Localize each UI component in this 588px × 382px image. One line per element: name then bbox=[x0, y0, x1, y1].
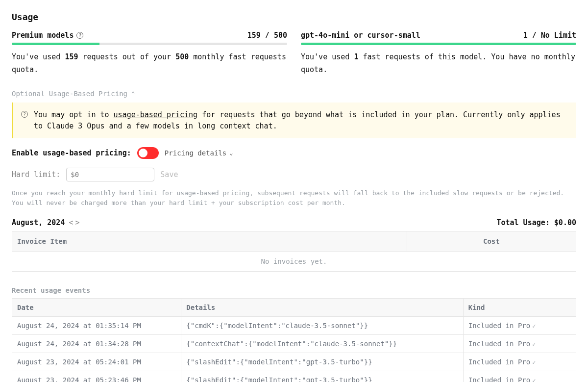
event-kind: Included in Pro✓ bbox=[463, 335, 576, 353]
chevron-down-icon: ⌄ bbox=[229, 150, 233, 156]
event-details: {"slashEdit":{"modelIntent":"gpt-3.5-tur… bbox=[181, 371, 464, 382]
mini-progress bbox=[301, 43, 576, 45]
events-kind-header: Kind bbox=[463, 299, 576, 317]
event-details: {"contextChat":{"modelIntent":"claude-3.… bbox=[181, 335, 464, 353]
save-button[interactable]: Save bbox=[160, 170, 178, 179]
event-kind: Included in Pro✓ bbox=[463, 317, 576, 335]
invoice-cost-header: Cost bbox=[407, 231, 576, 252]
invoice-table: Invoice Item Cost No invoices yet. bbox=[12, 231, 576, 272]
hard-limit-label: Hard limit: bbox=[12, 170, 60, 179]
event-kind: Included in Pro✓ bbox=[463, 371, 576, 382]
table-row: August 24, 2024 at 01:35:14 PM{"cmdK":{"… bbox=[12, 317, 576, 335]
hard-limit-fineprint: Once you reach your monthly hard limit f… bbox=[12, 188, 576, 207]
premium-usage-card: Premium models ? 159 / 500 You've used 1… bbox=[12, 31, 287, 76]
month-label: August, 2024 bbox=[12, 218, 65, 227]
month-prev-button[interactable]: < bbox=[69, 218, 73, 227]
optional-pricing-label: Optional Usage-Based Pricing bbox=[12, 90, 127, 98]
help-icon[interactable]: ? bbox=[21, 111, 28, 118]
check-icon: ✓ bbox=[532, 341, 536, 348]
pricing-notice: ? You may opt in to usage-based pricing … bbox=[12, 102, 576, 138]
table-row: August 23, 2024 at 05:24:01 PM{"slashEdi… bbox=[12, 353, 576, 371]
check-icon: ✓ bbox=[532, 323, 536, 330]
event-date: August 24, 2024 at 01:35:14 PM bbox=[12, 317, 181, 335]
mini-usage-card: gpt-4o-mini or cursor-small 1 / No Limit… bbox=[301, 31, 576, 76]
mini-count: 1 / No Limit bbox=[523, 31, 576, 40]
premium-desc: You've used 159 requests out of your 500… bbox=[12, 51, 287, 76]
check-icon: ✓ bbox=[532, 377, 536, 382]
event-date: August 24, 2024 at 01:34:28 PM bbox=[12, 335, 181, 353]
month-next-button[interactable]: > bbox=[75, 218, 79, 227]
premium-label: Premium models ? bbox=[12, 31, 83, 40]
optional-pricing-toggle[interactable]: Optional Usage-Based Pricing ⌃ bbox=[12, 90, 576, 98]
usage-pricing-link[interactable]: usage-based pricing bbox=[114, 110, 198, 119]
event-kind: Included in Pro✓ bbox=[463, 353, 576, 371]
recent-events-title: Recent usage events bbox=[12, 286, 576, 294]
premium-progress bbox=[12, 43, 287, 45]
pricing-details-toggle[interactable]: Pricing details ⌄ bbox=[165, 149, 233, 157]
enable-pricing-toggle[interactable] bbox=[137, 147, 159, 159]
events-details-header: Details bbox=[181, 299, 464, 317]
table-row: August 23, 2024 at 05:23:46 PM{"slashEdi… bbox=[12, 371, 576, 382]
enable-pricing-label: Enable usage-based pricing: bbox=[12, 149, 131, 157]
page-title: Usage bbox=[12, 12, 576, 22]
mini-desc: You've used 1 fast requests of this mode… bbox=[301, 51, 576, 76]
events-date-header: Date bbox=[12, 299, 181, 317]
premium-label-text: Premium models bbox=[12, 31, 74, 40]
premium-count: 159 / 500 bbox=[247, 31, 287, 40]
event-details: {"slashEdit":{"modelIntent":"gpt-3.5-tur… bbox=[181, 353, 464, 371]
hard-limit-input[interactable] bbox=[66, 168, 154, 181]
table-row: August 24, 2024 at 01:34:28 PM{"contextC… bbox=[12, 335, 576, 353]
invoice-empty: No invoices yet. bbox=[12, 252, 576, 272]
invoice-item-header: Invoice Item bbox=[12, 231, 407, 252]
event-date: August 23, 2024 at 05:24:01 PM bbox=[12, 353, 181, 371]
event-date: August 23, 2024 at 05:23:46 PM bbox=[12, 371, 181, 382]
event-details: {"cmdK":{"modelIntent":"claude-3.5-sonne… bbox=[181, 317, 464, 335]
help-icon[interactable]: ? bbox=[76, 32, 83, 39]
check-icon: ✓ bbox=[532, 359, 536, 366]
mini-label: gpt-4o-mini or cursor-small bbox=[301, 31, 420, 40]
chevron-up-icon: ⌃ bbox=[131, 90, 135, 97]
total-usage: Total Usage: $0.00 bbox=[496, 218, 576, 227]
events-table: Date Details Kind August 24, 2024 at 01:… bbox=[12, 298, 576, 382]
